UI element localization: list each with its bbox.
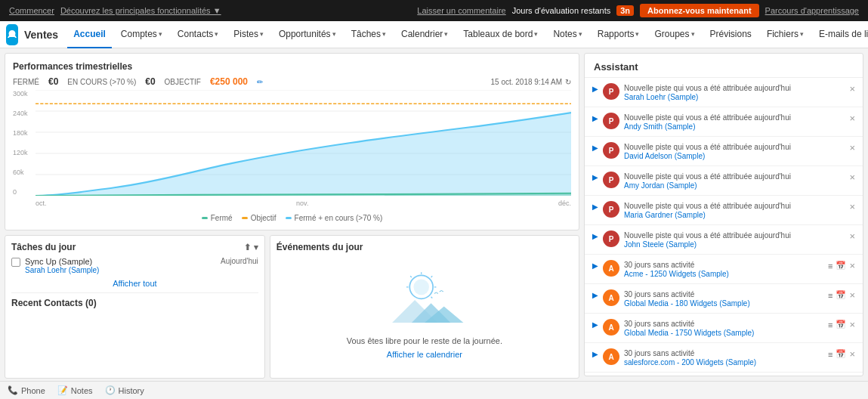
svg-point-10 [413, 280, 429, 295]
objectif-value: €250 000 [210, 76, 248, 87]
nav-item-rapports[interactable]: Rapports ▾ [592, 21, 646, 48]
show-all-tasks-link[interactable]: Afficher tout [11, 279, 258, 288]
calendar-icon[interactable]: 📅 [836, 261, 846, 271]
tasks-dropdown-icon[interactable]: ▾ [254, 243, 258, 252]
chevron-down-icon: ▾ [579, 30, 582, 38]
close-icon[interactable]: × [849, 201, 855, 212]
nav-label-fichiers: Fichiers [767, 29, 798, 39]
nav-item-fichiers[interactable]: Fichiers ▾ [761, 21, 810, 48]
chevron-down-icon: ▾ [159, 30, 162, 38]
nav-item-previsions[interactable]: Prévisions [704, 21, 758, 48]
list-icon[interactable]: ≡ [828, 261, 832, 271]
bottom-row: Tâches du jour ⬆ ▾ Sync Up (Sample) Sara… [0, 233, 584, 381]
top-banner-left: Commencer Découvrez les principales fonc… [9, 6, 221, 15]
nav-item-accueil[interactable]: Accueil [67, 21, 112, 48]
piste-icon: P [603, 113, 619, 129]
nav-label-contacts: Contacts [178, 29, 213, 39]
calendar-icon[interactable]: 📅 [836, 349, 846, 359]
assistant-link[interactable]: Sarah Loehr (Sample) [624, 93, 845, 101]
chart-legend: Fermé Objectif Fermé + en cours (>70 %) [13, 214, 571, 222]
assistant-link[interactable]: Andy Smith (Sample) [624, 122, 845, 131]
comment-label[interactable]: Laisser un commentaire [417, 6, 505, 15]
activity-icon: A [603, 348, 619, 365]
assistant-link[interactable]: Global Media - 1750 Widgets (Sample) [624, 329, 823, 337]
assistant-content: 30 jours sans activité Global Media - 18… [624, 289, 823, 308]
expand-icon[interactable]: ▶ [592, 261, 598, 270]
activity-icon: A [603, 260, 619, 277]
assistant-link[interactable]: salesforce.com - 200 Widgets (Sample) [624, 358, 823, 367]
assistant-link[interactable]: Maria Gardner (Sample) [624, 211, 845, 219]
history-bar-item[interactable]: 🕐 History [105, 385, 144, 395]
close-icon[interactable]: × [849, 289, 855, 301]
nav-item-opportunites[interactable]: Opportunités ▾ [273, 21, 342, 48]
expand-icon[interactable]: ▶ [592, 232, 598, 240]
assistant-label: 30 jours sans activité [624, 348, 823, 358]
task-checkbox[interactable] [11, 258, 20, 267]
notes-bar-item[interactable]: 📝 Notes [57, 385, 93, 395]
chart-x-labels: oct. nov. déc. [36, 198, 571, 207]
chevron-down-icon: ▾ [444, 30, 448, 38]
assistant-item: ▶ P Nouvelle piste qui vous a été attrib… [585, 196, 863, 225]
assistant-link[interactable]: Acme - 1250 Widgets (Sample) [624, 270, 823, 278]
nav-item-comptes[interactable]: Comptes ▾ [115, 21, 168, 48]
list-icon[interactable]: ≡ [828, 320, 832, 329]
refresh-icon[interactable]: ↻ [565, 78, 571, 86]
expand-icon[interactable]: ▶ [592, 350, 598, 358]
learning-path-link[interactable]: Parcours d'apprentissage [765, 6, 859, 15]
nav-label-groupes: Groupes [654, 29, 689, 39]
assistant-item: ▶ P Nouvelle piste qui vous a été attrib… [585, 107, 863, 137]
close-icon[interactable]: × [849, 319, 855, 330]
assistant-link[interactable]: Amy Jordan (Sample) [624, 181, 845, 190]
expand-icon[interactable]: ▶ [592, 144, 598, 152]
task-sub-link[interactable]: Sarah Loehr (Sample) [25, 266, 216, 274]
nav-item-taches[interactable]: Tâches ▾ [345, 21, 392, 48]
close-icon[interactable]: × [849, 83, 855, 94]
nav-item-groupes[interactable]: Groupes ▾ [648, 21, 700, 48]
assistant-content: Nouvelle piste qui vous a été attribuée … [624, 230, 845, 249]
expand-icon[interactable]: ▶ [592, 85, 598, 93]
calendar-icon[interactable]: 📅 [836, 290, 846, 300]
assistant-link[interactable]: David Adelson (Sample) [624, 152, 845, 160]
close-icon[interactable]: × [849, 348, 855, 360]
commencer-link[interactable]: Commencer [9, 6, 54, 15]
edit-objectif-icon[interactable]: ✏ [257, 78, 263, 86]
nav-item-notes[interactable]: Notes ▾ [547, 21, 588, 48]
expand-icon[interactable]: ▶ [592, 320, 598, 329]
assistant-link[interactable]: John Steele (Sample) [624, 240, 845, 249]
close-icon[interactable]: × [849, 230, 855, 242]
legend-ferme: Fermé [202, 214, 233, 222]
assistant-content: 30 jours sans activité Acme - 1250 Widge… [624, 260, 823, 278]
phone-bar-item[interactable]: 📞 Phone [8, 385, 45, 395]
expand-icon[interactable]: ▶ [592, 173, 598, 181]
chevron-down-icon: ▾ [635, 30, 639, 38]
nav-item-tableaux[interactable]: Tableaux de bord ▾ [457, 21, 544, 48]
tasks-sort-icon[interactable]: ⬆ [244, 243, 251, 252]
tasks-icons: ⬆ ▾ [244, 243, 258, 252]
close-icon[interactable]: × [849, 142, 855, 153]
calendar-link[interactable]: Afficher le calendrier [387, 350, 462, 359]
nav-item-pistes[interactable]: Pistes ▾ [227, 21, 270, 48]
nav-item-emails[interactable]: E-mails de liste ▾ [813, 21, 868, 48]
list-icon[interactable]: ≡ [828, 291, 832, 300]
notes-icon: 📝 [57, 385, 68, 395]
chart-y-labels: 300k 240k 180k 120k 60k 0 [13, 90, 36, 196]
expand-icon[interactable]: ▶ [592, 291, 598, 299]
assistant-item: ▶ P Nouvelle piste qui vous a été attrib… [585, 78, 863, 107]
close-icon[interactable]: × [849, 260, 855, 271]
close-icon[interactable]: × [849, 172, 855, 183]
nav-label-calendrier: Calendrier [401, 29, 443, 39]
assistant-item: ▶ P Nouvelle piste qui vous a été attrib… [585, 137, 863, 166]
features-link[interactable]: Découvrez les principales fonctionnalité… [60, 6, 221, 15]
expand-icon[interactable]: ▶ [592, 203, 598, 211]
expand-icon[interactable]: ▶ [592, 114, 598, 122]
nav-item-contacts[interactable]: Contacts ▾ [171, 21, 224, 48]
assistant-item: ▶ A 30 jours sans activité Global Media … [585, 314, 863, 343]
close-icon[interactable]: × [849, 113, 855, 124]
assistant-link[interactable]: Global Media - 180 Widgets (Sample) [624, 299, 823, 308]
list-icon[interactable]: ≡ [828, 350, 832, 359]
calendar-icon[interactable]: 📅 [836, 320, 846, 329]
phone-label: Phone [21, 386, 45, 395]
chevron-down-icon: ▾ [800, 30, 804, 38]
nav-item-calendrier[interactable]: Calendrier ▾ [395, 21, 454, 48]
subscribe-button[interactable]: Abonnez-vous maintenant [640, 4, 759, 17]
